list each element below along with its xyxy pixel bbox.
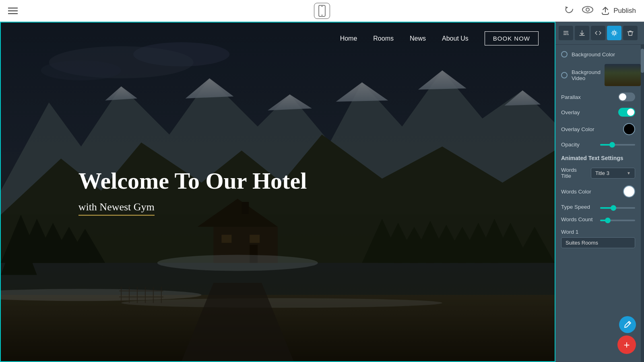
panel-scrollbar	[641, 45, 644, 362]
parallax-toggle[interactable]	[618, 93, 635, 101]
canvas: Home Rooms News About Us BOOK NOW Welcom…	[0, 22, 555, 362]
background-video-radio[interactable]	[561, 72, 568, 78]
overlay-label: Overlay	[561, 109, 614, 115]
topbar-center	[314, 3, 330, 19]
background-video-label: Background Video	[572, 69, 601, 81]
overlay-toggle-knob	[627, 109, 634, 116]
words-count-slider-thumb	[605, 218, 611, 223]
words-color-label: Words Color	[561, 189, 619, 195]
nav-bar: Home Rooms News About Us BOOK NOW	[1, 23, 555, 54]
topbar-left	[8, 8, 18, 14]
background-color-label: Background Color	[572, 51, 635, 58]
word-1-label: Word 1	[561, 229, 578, 235]
svg-point-56	[613, 32, 615, 34]
nav-news[interactable]: News	[410, 35, 426, 42]
background-color-row: Background Color	[555, 48, 641, 61]
opacity-row: Opacity	[555, 138, 641, 151]
word-1-row: Word 1	[555, 226, 641, 251]
opacity-label: Opacity	[561, 142, 596, 148]
type-speed-label: Type Speed	[561, 204, 596, 210]
settings-tool-button[interactable]	[607, 26, 621, 40]
nav-about-us[interactable]: About Us	[442, 35, 469, 42]
fab-edit-button[interactable]	[619, 316, 636, 333]
preview-eye-icon[interactable]	[582, 6, 593, 16]
topbar-right: Publish	[564, 5, 636, 16]
hero-title: Welcome To Our Hotel	[78, 168, 307, 194]
publish-label: Publish	[613, 7, 636, 15]
reorder-tool-button[interactable]	[559, 26, 573, 40]
panel-toolbar	[555, 22, 644, 45]
words-title-value: Title 3	[595, 170, 609, 176]
download-tool-button[interactable]	[575, 26, 589, 40]
overlay-color-swatch[interactable]	[623, 123, 635, 135]
type-speed-slider[interactable]	[600, 207, 635, 209]
mobile-preview-button[interactable]	[314, 3, 330, 19]
dropdown-chevron-icon: ▼	[627, 171, 631, 175]
fab-add-button[interactable]: +	[617, 335, 636, 354]
background-video-row: Background Video	[555, 61, 641, 89]
hero-content: Welcome To Our Hotel with Newest Gym	[78, 168, 307, 216]
publish-button[interactable]: Publish	[601, 6, 636, 15]
nav-rooms[interactable]: Rooms	[373, 35, 394, 42]
words-color-row: Words Color	[555, 182, 641, 201]
parallax-label: Parallax	[561, 94, 614, 100]
panel-scroll-area: Background Color Background Video Parall…	[555, 45, 641, 362]
parallax-row: Parallax	[555, 89, 641, 105]
delete-tool-button[interactable]	[623, 26, 638, 40]
opacity-slider[interactable]	[600, 144, 635, 146]
main-area: Home Rooms News About Us BOOK NOW Welcom…	[0, 22, 644, 362]
svg-point-4	[586, 8, 589, 11]
hero-subtitle: with Newest Gym	[78, 201, 155, 216]
undo-icon[interactable]	[564, 5, 575, 16]
words-title-label: Words Title	[561, 167, 587, 179]
side-panel: Background Color Background Video Parall…	[555, 22, 644, 362]
opacity-slider-thumb	[609, 142, 615, 148]
book-now-button[interactable]: BOOK NOW	[485, 31, 539, 45]
fab-add-icon: +	[623, 339, 630, 351]
svg-point-2	[322, 14, 323, 16]
background-video-thumbnail[interactable]	[605, 64, 641, 86]
code-tool-button[interactable]	[591, 26, 605, 40]
overlay-toggle[interactable]	[618, 108, 635, 117]
svg-rect-1	[321, 6, 323, 6]
panel-scrollbar-thumb[interactable]	[641, 49, 644, 73]
nav-home[interactable]: Home	[340, 35, 357, 42]
parallax-toggle-knob	[619, 93, 626, 101]
words-color-swatch[interactable]	[623, 185, 635, 197]
words-title-row: Words Title Title 3 ▼	[555, 164, 641, 182]
overlay-color-label: Overlay Color	[561, 126, 619, 132]
type-speed-slider-thumb	[611, 205, 616, 211]
overlay-color-row: Overlay Color	[555, 120, 641, 138]
background-color-radio[interactable]	[561, 51, 568, 58]
hamburger-menu-icon[interactable]	[8, 8, 18, 14]
word-1-input[interactable]	[561, 237, 635, 248]
words-count-row: Words Count	[555, 213, 641, 226]
overlay-row: Overlay	[555, 105, 641, 120]
svg-point-3	[582, 6, 593, 13]
words-title-dropdown[interactable]: Title 3 ▼	[591, 168, 635, 179]
animated-text-section-title: Animated Text Settings	[555, 151, 641, 164]
words-count-slider[interactable]	[600, 220, 635, 221]
words-count-label: Words Count	[561, 216, 596, 222]
topbar: Publish	[0, 0, 644, 22]
type-speed-row: Type Speed	[555, 201, 641, 213]
